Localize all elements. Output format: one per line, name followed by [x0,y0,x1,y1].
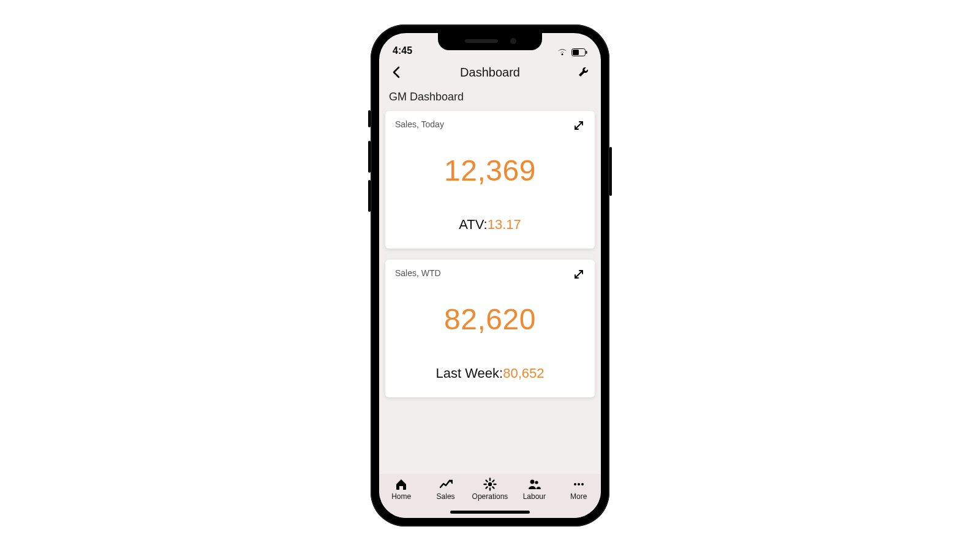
sales-wtd-card: Sales, WTD 82,620 Last Week:80,652 [385,260,595,397]
phone-volume-down [368,180,371,212]
wrench-icon [578,66,590,78]
battery-icon [571,48,587,56]
phone-screen: 4:45 Dashboard [379,33,601,518]
sales-today-subrow: ATV:13.17 [395,217,585,233]
expand-icon [574,121,584,130]
sales-wtd-value: 82,620 [395,302,585,336]
back-button[interactable] [388,64,405,81]
last-week-value: 80,652 [503,365,544,381]
gear-icon [483,478,497,491]
sales-today-card: Sales, Today 12,369 ATV:13.17 [385,111,595,249]
atv-value: 13.17 [488,217,521,232]
svg-rect-1 [573,50,579,55]
expand-icon [574,269,584,279]
expand-button[interactable] [573,119,585,132]
tab-operations[interactable]: Operations [470,478,510,501]
phone-side-button [368,110,371,127]
chevron-left-icon [392,66,401,78]
svg-point-8 [581,483,584,485]
phone-frame: 4:45 Dashboard [371,24,609,527]
last-week-label: Last Week: [436,365,503,381]
sales-wtd-subrow: Last Week:80,652 [395,365,585,381]
sales-today-value: 12,369 [395,154,585,187]
home-indicator[interactable] [450,511,530,514]
svg-point-3 [488,482,492,486]
more-icon [572,478,586,491]
nav-bar: Dashboard [379,59,601,86]
home-icon [394,478,408,491]
svg-point-6 [574,483,576,485]
people-icon [527,478,541,491]
tab-label: More [570,492,587,501]
trending-up-icon [439,478,453,491]
tab-label: Sales [437,492,455,501]
tab-label: Home [391,492,411,501]
tab-sales[interactable]: Sales [426,478,466,501]
status-time: 4:45 [393,45,412,56]
svg-point-4 [530,480,535,484]
svg-point-7 [578,483,580,485]
expand-button[interactable] [573,268,585,280]
phone-volume-up [368,141,371,173]
section-title: GM Dashboard [385,86,595,111]
wifi-icon [557,48,568,56]
phone-notch [438,33,542,50]
card-title: Sales, WTD [395,268,441,278]
settings-button[interactable] [575,64,592,81]
tab-more[interactable]: More [559,478,598,501]
card-title: Sales, Today [395,119,444,129]
svg-point-5 [535,481,538,484]
content-area: GM Dashboard Sales, Today 12,369 ATV:13.… [379,86,601,474]
tab-labour[interactable]: Labour [514,478,554,501]
atv-label: ATV: [459,217,487,232]
tab-label: Operations [472,492,508,501]
tab-home[interactable]: Home [382,478,421,501]
svg-rect-2 [586,51,587,54]
tab-label: Labour [523,492,546,501]
page-title: Dashboard [460,66,520,80]
phone-power-button [609,147,612,196]
